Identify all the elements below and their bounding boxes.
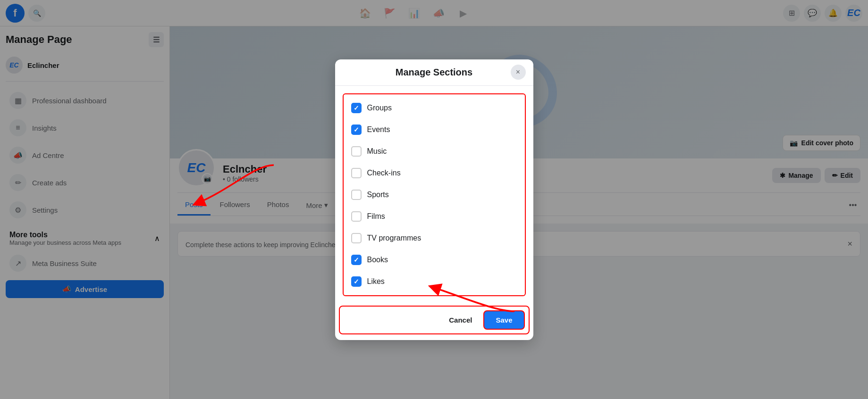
checkbox-label-likes: Likes — [367, 277, 385, 286]
checkbox-label-books: Books — [367, 256, 388, 264]
checkbox-groups[interactable] — [351, 103, 362, 113]
checkbox-label-check-ins: Check-ins — [367, 169, 401, 177]
modal-body: GroupsEventsMusicCheck-insSportsFilmsTV … — [335, 86, 533, 304]
checkbox-label-sports: Sports — [367, 191, 389, 199]
checkbox-books[interactable] — [351, 255, 362, 265]
checkbox-item-events[interactable]: Events — [347, 120, 521, 140]
checkbox-sports[interactable] — [351, 190, 362, 200]
modal-close-button[interactable]: × — [511, 65, 526, 80]
checkbox-item-books[interactable]: Books — [347, 250, 521, 270]
checkbox-films[interactable] — [351, 211, 362, 222]
modal-overlay[interactable]: Manage Sections × GroupsEventsMusicCheck… — [0, 0, 868, 399]
checkbox-label-music: Music — [367, 147, 387, 156]
cancel-button[interactable]: Cancel — [441, 310, 480, 330]
checkbox-item-music[interactable]: Music — [347, 141, 521, 161]
save-button[interactable]: Save — [483, 310, 524, 330]
sections-checkbox-list: GroupsEventsMusicCheck-insSportsFilmsTV … — [343, 93, 526, 296]
checkbox-label-groups: Groups — [367, 104, 392, 112]
manage-sections-modal: Manage Sections × GroupsEventsMusicCheck… — [335, 59, 533, 340]
modal-title: Manage Sections — [396, 67, 472, 78]
checkbox-likes[interactable] — [351, 276, 362, 287]
modal-footer: Cancel Save — [339, 306, 530, 334]
checkbox-label-events: Events — [367, 125, 390, 134]
checkbox-label-films: Films — [367, 212, 385, 221]
checkbox-check-ins[interactable] — [351, 168, 362, 178]
checkbox-item-tv-programmes[interactable]: TV programmes — [347, 228, 521, 248]
checkbox-item-likes[interactable]: Likes — [347, 272, 521, 291]
checkbox-tv-programmes[interactable] — [351, 233, 362, 243]
checkbox-item-sports[interactable]: Sports — [347, 185, 521, 205]
checkbox-events[interactable] — [351, 125, 362, 135]
checkbox-item-groups[interactable]: Groups — [347, 98, 521, 118]
checkbox-music[interactable] — [351, 146, 362, 157]
modal-header: Manage Sections × — [335, 59, 533, 86]
checkbox-item-films[interactable]: Films — [347, 207, 521, 226]
checkbox-item-check-ins[interactable]: Check-ins — [347, 163, 521, 183]
checkbox-label-tv-programmes: TV programmes — [367, 234, 421, 242]
